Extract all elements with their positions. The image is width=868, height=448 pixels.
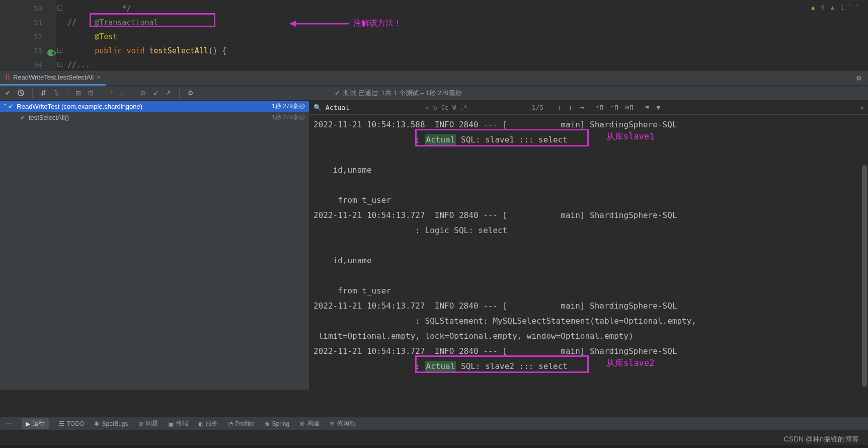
log-line: : Actual SQL: slave2 ::: select [313,359,868,374]
log-line: from t_user [313,283,868,298]
pass-icon: ✔ [20,114,26,121]
tool-window-terminal[interactable]: ▣终端 [168,419,188,428]
tool-window-todo[interactable]: ☰TODO [59,420,84,427]
down-icon[interactable]: ↓ [121,89,124,97]
code-area[interactable]: */ // @Transactional @Test public void t… [67,0,868,70]
test-tree-row[interactable]: ˇ ✔ ReadWriteTest (com.example.shardingo… [0,101,309,112]
tool-window-spring[interactable]: ❀Spring [265,420,290,427]
gear-icon[interactable]: ⚙ [856,74,862,82]
gutter[interactable]: 50 51 52 53 54 [15,0,56,70]
close-icon[interactable]: × [97,73,101,81]
profiler-icon: ◔ [228,420,233,427]
fold-column[interactable]: − − + [56,0,67,70]
settings-icon[interactable]: ⚙ [188,89,194,97]
tool-window-spotbugs[interactable]: ✱SpotBugs [94,420,128,427]
line-number[interactable]: 54 [15,58,56,72]
test-status: ✔ 测试 已通过: 1共 1 个测试 – 1秒 279毫秒 [335,89,462,98]
checkmark-icon: ✔ [335,89,340,97]
prev-match-icon[interactable]: ↑ [558,104,562,111]
pass-icon: ✔ [8,103,14,110]
breakpoint-column[interactable] [0,0,15,70]
warning-icon: ▲ [810,4,816,11]
sort-alpha-icon[interactable]: ⇅ [53,89,59,97]
run-tab[interactable]: ⟨⟩ ReadWriteTest.testSelectAll × [0,71,106,86]
collapse-tool-icon[interactable]: ▭ [6,420,12,427]
select-all-icon[interactable]: ▭ [580,104,584,111]
inspections-widget[interactable]: ▲9 ▲1 ˆ ˇ [810,4,858,11]
match-case-toggle[interactable]: Cc [441,104,448,111]
services-icon: ◐ [198,420,203,427]
run-tab-title: ReadWriteTest.testSelectAll [13,73,94,81]
search-icon[interactable]: ⊙ [140,89,146,97]
history-icon[interactable]: ↻ [433,104,437,111]
next-match-icon[interactable]: ↓ [569,104,573,111]
log-line: 2022-11-21 10:54:13.727 INFO 2840 --- [ … [313,298,868,314]
match-count: 1/5 [532,104,543,111]
stop-icon[interactable] [18,90,24,96]
log-line [313,147,868,163]
console-output[interactable]: 2022-11-21 10:54:13.588 INFO 2840 --- [ … [309,115,868,390]
export-icon[interactable]: ↗ [166,89,171,97]
tool-window-profiler[interactable]: ◔Profiler [228,420,255,427]
console[interactable]: 🔍 Actual × ↻ Cc W .* 1/5 ↑ ↓ ▭ ⁺П ⁻П ⊠П … [309,101,868,390]
filter-icon[interactable]: ⁺П [596,104,604,111]
expand-icon[interactable]: ⊟ [75,89,81,97]
words-toggle[interactable]: W [452,104,456,111]
tool-window-problems[interactable]: ⊘问题 [138,419,158,428]
line-number[interactable]: 53 [15,44,56,58]
code-annotation: @Test [95,32,117,41]
scrollbar[interactable] [862,165,867,387]
annotation-highlight-box [415,129,589,146]
funnel-icon[interactable]: ▼ [657,104,661,111]
log-line: 2022-11-21 10:54:13.588 INFO 2840 --- [ … [313,117,868,132]
chevron-up-icon[interactable]: ˆ [849,4,851,11]
tool-window-services[interactable]: ◐服务 [198,419,218,428]
checkmark-icon[interactable]: ✔ [5,89,11,97]
test-class-name: ReadWriteTest (com.example.shardingone) [17,103,142,110]
weak-warning-count: 1 [840,4,844,11]
close-search-icon[interactable]: × [860,104,864,111]
code-method: testSelectAll [149,46,208,55]
search-input[interactable]: Actual [326,104,421,111]
line-number[interactable]: 50 [15,2,56,16]
clear-icon[interactable]: × [425,104,429,111]
weak-warning-icon: ▲ [829,4,835,11]
log-line [313,238,868,253]
test-toolbar: ✔ ⇵ ⇅ ⊟ ⊡ ↑ ↓ ⊙ ↙ ↗ ⚙ ✔ 测试 已通过: 1共 1 个测试… [0,86,868,101]
annotation-arrow: 注解该方法！ [289,18,402,29]
filter-icon[interactable]: ⊠П [625,104,634,111]
todo-icon: ☰ [59,420,64,427]
line-number[interactable]: 52 [15,30,56,44]
code-text: //... [67,60,90,69]
tool-window-run[interactable]: ▶运行 [22,418,49,429]
up-icon[interactable]: ↑ [110,89,114,97]
chevron-down-icon[interactable]: ˇ [856,4,858,11]
fold-icon[interactable]: − [57,48,62,53]
log-line: 2022-11-21 10:54:13.727 INFO 2840 --- [ … [313,208,868,223]
collapse-icon[interactable]: ⊡ [88,89,94,97]
annotation-highlight-box [415,355,589,373]
build-icon: ⚒ [299,420,305,427]
regex-toggle[interactable]: .* [460,104,467,111]
code-editor[interactable]: 50 51 52 53 54 − − + */ // @Transactiona… [0,0,868,70]
fold-icon[interactable]: + [57,62,62,67]
test-tab-icon: ⟨⟩ [5,73,10,81]
filter-icon[interactable]: ⁻П [610,104,618,111]
code-text: () { [208,46,226,55]
line-number[interactable]: 51 [15,16,56,30]
spring-icon: ❀ [265,420,270,427]
annotation-label: 从库slave2 [606,357,654,369]
test-tree[interactable]: ˇ ✔ ReadWriteTest (com.example.shardingo… [0,101,309,390]
import-icon[interactable]: ↙ [153,89,159,97]
fold-icon[interactable]: − [57,6,62,11]
warning-count: 9 [821,4,825,11]
tool-window-deps[interactable]: ≋依赖项 [330,419,355,428]
test-tree-row[interactable]: ✔ testSelectAll() 1秒 279毫秒 [0,112,309,123]
filter-icon[interactable]: ≡ [646,104,650,111]
console-search-bar: 🔍 Actual × ↻ Cc W .* 1/5 ↑ ↓ ▭ ⁺П ⁻П ⊠П … [309,101,868,115]
sort-icon[interactable]: ⇵ [41,89,46,97]
tool-window-build[interactable]: ⚒构建 [299,419,320,428]
search-icon: 🔍 [313,104,322,111]
log-line: id,uname [313,253,868,268]
chevron-down-icon[interactable]: ˇ [4,103,6,110]
